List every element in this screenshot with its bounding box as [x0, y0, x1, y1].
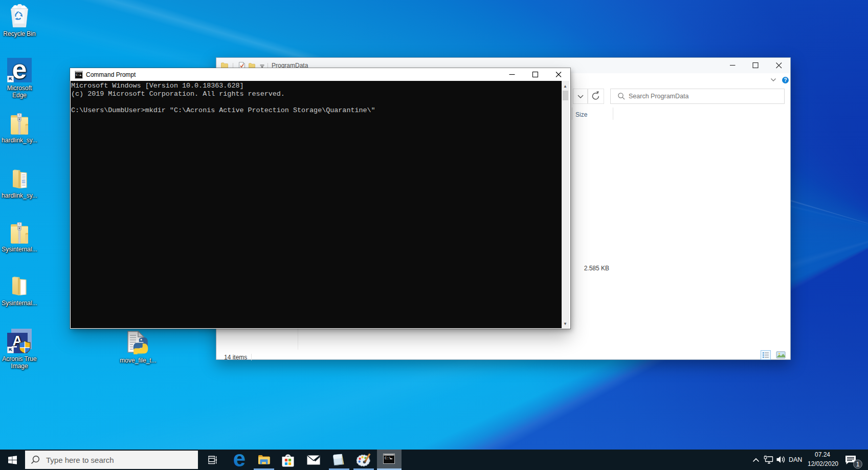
svg-text:1: 1	[856, 461, 860, 468]
svg-text:e: e	[12, 58, 27, 82]
